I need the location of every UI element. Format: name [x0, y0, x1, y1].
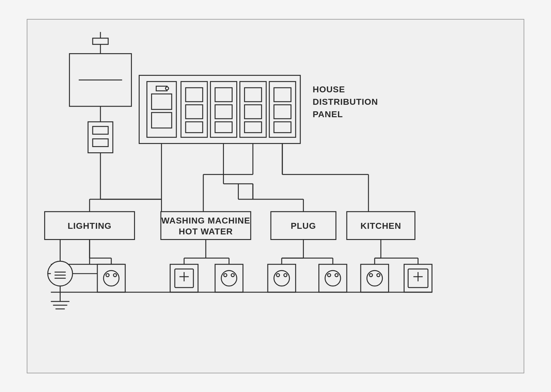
svg-point-107 — [369, 274, 373, 277]
lighting-label: LIGHTING — [67, 221, 111, 230]
diagram-container: .diagram-text { font-family: Arial, sans… — [27, 19, 524, 373]
svg-point-100 — [325, 270, 340, 286]
svg-point-87 — [221, 270, 237, 286]
svg-point-108 — [377, 274, 380, 277]
svg-point-101 — [327, 274, 331, 277]
svg-rect-31 — [274, 105, 291, 119]
svg-rect-23 — [215, 105, 232, 119]
svg-rect-27 — [244, 105, 262, 119]
svg-point-14 — [165, 87, 169, 90]
plug-label: PLUG — [291, 221, 316, 230]
svg-rect-9 — [93, 139, 108, 146]
svg-point-88 — [224, 274, 227, 277]
svg-rect-22 — [215, 88, 232, 102]
svg-rect-19 — [186, 105, 203, 119]
svg-point-62 — [48, 261, 73, 286]
svg-rect-32 — [274, 122, 291, 132]
svg-rect-18 — [186, 88, 203, 102]
svg-point-73 — [104, 270, 119, 286]
svg-point-74 — [106, 274, 109, 277]
svg-point-102 — [335, 274, 338, 277]
svg-point-75 — [113, 274, 117, 277]
svg-point-106 — [367, 270, 382, 286]
kitchen-label: KITCHEN — [360, 221, 401, 230]
svg-rect-16 — [151, 112, 172, 128]
svg-rect-2 — [93, 38, 108, 44]
svg-rect-20 — [186, 122, 203, 132]
washing-label-1: WASHING MACHINE — [161, 215, 250, 225]
svg-point-94 — [276, 274, 280, 277]
svg-rect-28 — [244, 122, 262, 132]
panel-label-3: PANEL — [313, 109, 343, 119]
panel-label-1: HOUSE — [313, 85, 345, 94]
svg-point-89 — [231, 274, 234, 277]
svg-rect-26 — [244, 88, 262, 102]
svg-rect-30 — [274, 88, 291, 102]
svg-rect-15 — [151, 94, 172, 109]
washing-label-2: HOT WATER — [179, 226, 233, 236]
svg-point-93 — [274, 270, 289, 286]
svg-rect-24 — [215, 122, 232, 132]
svg-rect-8 — [93, 126, 108, 134]
panel-label-2: DISTRIBUTION — [313, 97, 378, 107]
svg-point-95 — [284, 274, 287, 277]
